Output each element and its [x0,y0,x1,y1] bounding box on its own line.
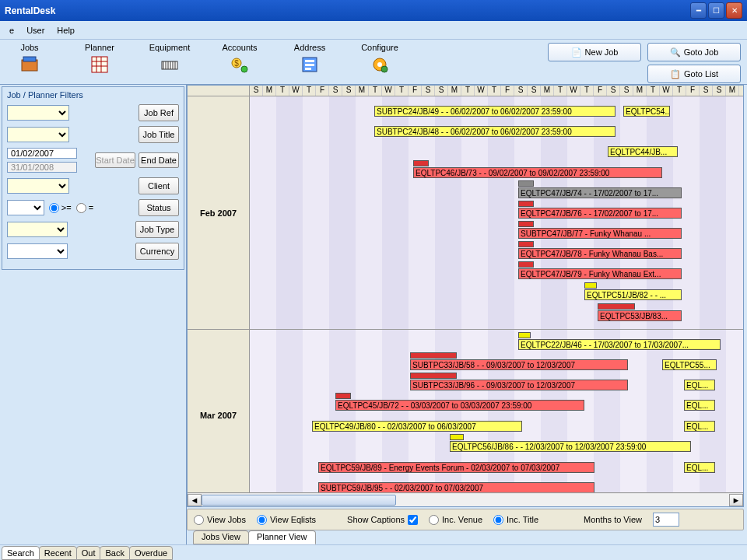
status-button[interactable]: Status [139,199,179,216]
gantt-pill[interactable] [410,373,457,379]
gantt-bar[interactable]: SUBTPC24/JB/49 - - 06/02/2007 to 06/02/2… [374,106,615,117]
tab-planner-view[interactable]: Planner View [248,530,316,544]
scroll-right-icon[interactable]: ► [729,494,743,506]
gantt-bar[interactable]: EQLTPC54... [623,106,670,117]
gantt-pill[interactable] [518,201,534,207]
menu-e[interactable]: e [3,23,20,37]
list-icon: 📋 [670,69,681,79]
maximize-button[interactable]: ☐ [708,2,724,19]
gantt-pill[interactable] [518,180,534,187]
gantt-bar[interactable]: EQLTPC47/JB/74 - - 17/02/2007 to 17... [518,187,682,198]
end-date-input[interactable] [7,162,77,173]
gantt-bar[interactable]: EQLTPC47/JB/79 - Funky Whanau Ext... [518,268,682,279]
day-header-cell: M [541,86,554,96]
gantt-pill[interactable] [413,160,429,166]
showcaptions-check[interactable]: Show Captions [347,515,418,525]
gantt-bar[interactable]: EQLTPC56/JB/86 - - 12/03/2007 to 12/03/2… [450,441,691,452]
goto-list-button[interactable]: 📋 Goto List [647,65,741,83]
day-header-cell: T [395,86,409,96]
gantt-bar[interactable]: EQL... [684,380,715,390]
gantt-pill[interactable] [518,241,534,247]
day-header-cell: S [607,86,620,96]
day-header-cell: F [594,86,607,96]
gantt-pill[interactable] [518,332,531,338]
day-header-cell: M [263,86,276,96]
gantt-pill[interactable] [518,261,534,268]
day-header-cell: F [316,86,329,96]
vieweqlists-radio[interactable]: View Eqlists [257,515,316,525]
jobtitle-combo[interactable] [7,127,69,142]
gantt-bar[interactable]: EQLTPC45/JB/72 - - 03/03/2007 to 03/03/2… [335,400,584,411]
status-ge-radio[interactable] [49,203,59,213]
scroll-left-icon[interactable]: ◄ [188,494,202,506]
jobtype-combo[interactable] [7,222,68,237]
gantt-bar[interactable]: EQLTPC22/JB/46 - - 17/03/2007 to 17/03/2… [518,339,721,350]
gantt-bar[interactable]: EQLTPC46/JB/73 - - 09/02/2007 to 09/02/2… [413,167,662,178]
end-date-button[interactable]: End Date [139,152,179,168]
goto-job-button[interactable]: 🔍 Goto Job [647,43,741,61]
inctitle-radio[interactable]: Inc. Title [493,515,538,525]
scroll-thumb[interactable] [202,495,396,506]
menu-help[interactable]: Help [51,23,81,37]
toolbar-jobs[interactable]: Jobs [6,43,53,74]
toolbar-accounts[interactable]: Accounts $ [216,43,263,74]
start-date-button[interactable]: Start Date [95,152,135,168]
svg-text:$: $ [234,59,239,68]
minimize-button[interactable]: ━ [690,2,707,19]
gantt-bar[interactable]: EQLTPC51/JB/82 - - ... [584,289,682,300]
tab-overdue[interactable]: Overdue [129,546,173,560]
day-header-cell: F [501,86,514,96]
currency-combo[interactable] [7,243,68,259]
menu-user[interactable]: User [20,23,51,37]
gantt-pill[interactable] [584,282,597,289]
gantt-bar[interactable]: EQL... [684,421,715,432]
toolbar-planner[interactable]: Planner [76,43,123,74]
start-date-input[interactable] [7,148,77,159]
gantt-bar[interactable]: SUBTPC33/JB/58 - - 09/03/2007 to 12/03/2… [410,359,628,370]
gantt-pill[interactable] [450,434,464,440]
gantt-pill[interactable] [518,221,534,227]
new-job-button[interactable]: 📄 New Job [548,43,641,61]
gantt-pill[interactable] [410,352,457,359]
gantt-bar[interactable]: EQLTPC49/JB/80 - - 02/03/2007 to 06/03/2… [312,421,522,432]
toolbar-configure[interactable]: Configure [356,43,403,74]
planner-icon [90,55,109,74]
close-button[interactable]: ✕ [726,2,742,19]
gantt-pill[interactable] [598,303,635,310]
months-spinbox[interactable] [653,513,679,527]
status-combo[interactable] [7,200,44,215]
viewjobs-radio[interactable]: View Jobs [194,515,246,525]
gantt-bar[interactable]: EQLTPC55... [662,359,717,370]
day-header-cell: M [448,86,461,96]
gantt-bar[interactable]: EQLTPC47/JB/78 - Funky Whanau Bas... [518,248,682,259]
gantt-bar[interactable]: EQLTPC44/JB... [608,146,678,157]
tab-jobs-view[interactable]: Jobs View [193,530,249,544]
gantt-bar[interactable]: EQLTPC53/JB/83... [598,310,682,321]
gantt-bar[interactable]: EQLTPC47/JB/76 - - 17/02/2007 to 17... [518,208,682,219]
jobref-combo[interactable] [7,105,69,121]
gantt-bar[interactable]: EQL... [684,400,715,411]
tab-recent[interactable]: Recent [39,546,77,560]
tab-search[interactable]: Search [2,546,40,560]
incvenue-radio[interactable]: Inc. Venue [429,515,482,525]
gantt-pill[interactable] [335,393,351,399]
gantt-bar[interactable]: SUBTPC47/JB/77 - Funky Whanau ... [518,228,682,239]
gantt-bar[interactable]: EQLTPC59/JB/89 - Energy Events Forum - 0… [318,462,594,473]
status-eq-radio[interactable] [76,203,86,213]
horizontal-scrollbar[interactable]: ◄ ► [188,492,743,506]
gantt-bar[interactable]: SUBTPC24/JB/48 - - 06/02/2007 to 06/02/2… [374,126,615,137]
jobtitle-button[interactable]: Job Title [139,126,179,143]
toolbar-address[interactable]: Address [286,43,333,74]
jobtype-button[interactable]: Job Type [135,221,179,238]
gantt-bar[interactable]: SUBTPC59/JB/95 - - 02/03/2007 to 07/03/2… [318,482,594,492]
jobref-button[interactable]: Job Ref [139,104,179,121]
gantt-bar[interactable]: SUBTPC33/JB/96 - - 09/03/2007 to 12/03/2… [410,380,628,390]
currency-button[interactable]: Currency [135,243,179,260]
gantt-bar[interactable]: EQL... [684,462,715,473]
client-combo[interactable] [7,178,69,194]
day-header-cell: S [329,86,342,96]
tab-back[interactable]: Back [100,546,129,560]
client-button[interactable]: Client [139,177,179,194]
toolbar-equipment[interactable]: Equipment [146,43,193,74]
tab-out[interactable]: Out [76,546,101,560]
